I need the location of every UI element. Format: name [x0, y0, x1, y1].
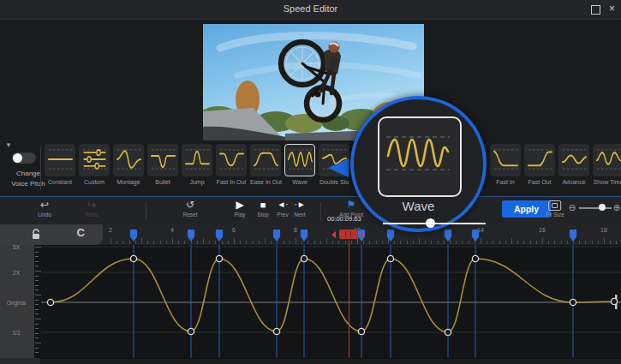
keyframe-point[interactable]	[611, 298, 617, 304]
bottom-scrollbar[interactable]	[0, 358, 621, 364]
voice-pitch-toggle[interactable]	[12, 152, 36, 164]
ruler-tick	[147, 241, 148, 244]
redo-button[interactable]: ↪ Redo	[85, 199, 99, 218]
magnifier-pointer-icon	[328, 158, 349, 177]
ruler-tick	[585, 241, 586, 244]
preset-montage[interactable]: Montage	[113, 144, 144, 185]
keyframe-point[interactable]	[472, 255, 478, 261]
ruler-tick	[172, 238, 173, 244]
preset-fast-in-out[interactable]: Fast In Out	[216, 144, 247, 185]
ruler-tick	[561, 241, 562, 244]
keyframe-point[interactable]	[130, 255, 136, 261]
preset-label: Show Time	[593, 179, 621, 185]
ruler-tick	[265, 238, 266, 244]
playhead-line[interactable]	[349, 241, 349, 358]
preset-label: Montage	[113, 179, 144, 185]
zoom-slider-knob[interactable]	[599, 204, 606, 211]
ruler-tick	[122, 241, 123, 244]
unlock-icon[interactable]	[31, 228, 41, 243]
maximize-icon[interactable]	[591, 5, 600, 15]
ruler-second-label: 8	[294, 227, 297, 233]
ruler-tick	[129, 241, 130, 244]
preset-custom[interactable]: Custom	[79, 144, 110, 185]
preset-fast-in[interactable]: Fast In	[490, 144, 521, 185]
reset-button[interactable]: ↺ Reset	[183, 199, 198, 218]
close-icon[interactable]: ×	[609, 3, 615, 15]
preset-ease-in-out[interactable]: Ease In Out	[250, 144, 281, 185]
ruler-tick	[259, 241, 260, 244]
zoom-slider-track[interactable]	[579, 207, 612, 209]
ruler-tick	[444, 241, 445, 244]
ruler-tick	[116, 241, 117, 244]
preset-thumbnail	[45, 144, 75, 176]
playhead-left-arrow-icon[interactable]	[331, 231, 336, 238]
keyframe-point[interactable]	[570, 299, 576, 305]
preset-curve-icon	[218, 145, 246, 174]
preset-bullet[interactable]: Bullet	[147, 144, 178, 185]
ruler-tick	[203, 238, 204, 244]
ruler-tick	[135, 241, 136, 244]
ruler-second-label: 4	[170, 227, 174, 233]
ruler-tick	[271, 241, 272, 244]
keyframe-point[interactable]	[387, 255, 393, 261]
preset-thumbnail	[113, 144, 144, 176]
speed-curve-path	[51, 259, 614, 332]
divider	[146, 202, 146, 219]
fit-size-button[interactable]: Fit Size	[546, 199, 564, 218]
ruler-tick	[438, 241, 439, 244]
preset-thumbnail	[558, 144, 589, 176]
ruler-second-label: 16	[539, 227, 546, 233]
ruler-tick	[598, 241, 599, 244]
keyframe-point[interactable]	[358, 328, 364, 334]
ruler-tick	[326, 238, 327, 244]
apply-button[interactable]: Apply	[502, 200, 551, 218]
ruler-tick	[320, 241, 321, 244]
preset-thumbnail	[216, 144, 247, 176]
ruler-tick	[505, 241, 506, 244]
preset-advance[interactable]: Advance	[558, 144, 589, 185]
prev-point-button[interactable]: ◄· Prev	[277, 199, 288, 218]
stop-button[interactable]: ■ Stop	[257, 199, 268, 218]
preset-fast-out[interactable]: Fast Out	[524, 144, 555, 185]
keyframe-point[interactable]	[273, 328, 279, 334]
preset-curve-icon	[492, 145, 520, 174]
timeline-tools-tab	[0, 224, 103, 245]
ruler-tick	[160, 241, 161, 244]
ruler-tick	[308, 241, 308, 244]
keyframe-point[interactable]	[301, 255, 307, 261]
preset-show-time[interactable]: Show Time	[593, 144, 621, 185]
curve-reset-icon[interactable]: C	[77, 227, 86, 239]
zoom-in-icon[interactable]: ⊕	[613, 203, 620, 212]
play-button[interactable]: ▶ Play	[235, 199, 246, 218]
playhead-handle[interactable]	[339, 230, 358, 239]
preset-constant[interactable]: Constant	[45, 144, 75, 185]
preset-curve-icon	[526, 145, 554, 174]
next-icon: ·►	[294, 199, 305, 211]
stop-icon: ■	[257, 199, 268, 211]
ruler-tick	[332, 241, 333, 244]
ruler-tick	[296, 238, 296, 244]
collapse-arrow-icon[interactable]: ▼	[5, 141, 12, 149]
ruler-tick	[462, 241, 463, 244]
playhead-right-arrow-icon[interactable]	[361, 231, 365, 238]
preset-curve-icon	[560, 145, 588, 174]
zoom-out-icon[interactable]: ⊖	[569, 203, 576, 212]
preset-thumbnail	[593, 144, 621, 176]
bottom-scrollbar-corner	[0, 358, 40, 364]
preset-thumbnail	[182, 144, 212, 176]
seek-slider-knob[interactable]	[426, 218, 435, 228]
speed-curve-canvas[interactable]	[0, 245, 621, 358]
preset-label: Fast In	[490, 179, 521, 185]
ruler-tick	[369, 241, 370, 244]
keyframe-point[interactable]	[188, 328, 194, 334]
next-point-button[interactable]: ·► Next	[294, 199, 305, 218]
undo-button[interactable]: ↩ Undo	[38, 199, 51, 218]
keyframe-point[interactable]	[47, 299, 53, 305]
preset-jump[interactable]: Jump	[182, 144, 212, 185]
keyframe-point[interactable]	[216, 255, 222, 261]
preset-label: Bullet	[147, 179, 178, 185]
preset-thumbnail	[524, 144, 555, 176]
keyframe-point[interactable]	[445, 329, 451, 335]
preset-wave[interactable]: Wave	[284, 144, 315, 185]
ruler-tick	[487, 241, 487, 244]
